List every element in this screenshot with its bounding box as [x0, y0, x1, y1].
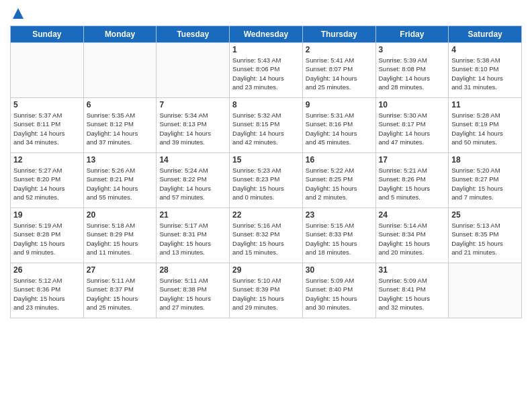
- day-info: Sunrise: 5:34 AMSunset: 8:13 PMDaylight:…: [159, 111, 226, 146]
- day-number: 14: [159, 155, 226, 165]
- calendar-cell: [11, 43, 84, 98]
- calendar-table: SundayMondayTuesdayWednesdayThursdayFrid…: [10, 26, 522, 318]
- day-info: Sunrise: 5:23 AMSunset: 8:23 PMDaylight:…: [232, 166, 300, 201]
- day-number: 30: [306, 265, 373, 275]
- day-info: Sunrise: 5:18 AMSunset: 8:29 PMDaylight:…: [87, 221, 154, 257]
- day-number: 16: [306, 155, 373, 165]
- calendar-cell: 5Sunrise: 5:37 AMSunset: 8:11 PMDaylight…: [11, 98, 84, 153]
- calendar-cell: 16Sunrise: 5:22 AMSunset: 8:25 PMDayligh…: [302, 153, 375, 208]
- calendar-cell: 14Sunrise: 5:24 AMSunset: 8:22 PMDayligh…: [157, 153, 230, 208]
- calendar-cell: 22Sunrise: 5:16 AMSunset: 8:32 PMDayligh…: [230, 208, 303, 263]
- day-number: 19: [13, 210, 81, 220]
- svg-marker-0: [13, 8, 24, 19]
- day-info: Sunrise: 5:43 AMSunset: 8:06 PMDaylight:…: [232, 56, 300, 91]
- day-number: 27: [87, 265, 154, 275]
- weekday-header: Saturday: [449, 26, 522, 43]
- day-info: Sunrise: 5:26 AMSunset: 8:21 PMDaylight:…: [87, 166, 154, 201]
- calendar-cell: 2Sunrise: 5:41 AMSunset: 8:07 PMDaylight…: [302, 43, 375, 98]
- day-number: 11: [451, 100, 519, 109]
- calendar-cell: 20Sunrise: 5:18 AMSunset: 8:29 PMDayligh…: [83, 208, 157, 263]
- day-info: Sunrise: 5:39 AMSunset: 8:08 PMDaylight:…: [379, 56, 446, 91]
- day-number: 7: [159, 100, 226, 109]
- page-container: SundayMondayTuesdayWednesdayThursdayFrid…: [0, 0, 532, 324]
- calendar-cell: 28Sunrise: 5:11 AMSunset: 8:38 PMDayligh…: [157, 263, 230, 318]
- calendar-cell: 1Sunrise: 5:43 AMSunset: 8:06 PMDaylight…: [230, 43, 303, 98]
- day-number: 23: [306, 210, 373, 220]
- day-number: 1: [232, 45, 300, 54]
- day-number: 21: [159, 210, 226, 220]
- logo: [10, 7, 25, 20]
- day-info: Sunrise: 5:24 AMSunset: 8:22 PMDaylight:…: [159, 166, 226, 201]
- calendar-cell: 30Sunrise: 5:09 AMSunset: 8:40 PMDayligh…: [302, 263, 375, 318]
- day-info: Sunrise: 5:37 AMSunset: 8:11 PMDaylight:…: [13, 111, 81, 146]
- day-info: Sunrise: 5:32 AMSunset: 8:15 PMDaylight:…: [232, 111, 300, 146]
- calendar-cell: 15Sunrise: 5:23 AMSunset: 8:23 PMDayligh…: [230, 153, 303, 208]
- day-info: Sunrise: 5:14 AMSunset: 8:34 PMDaylight:…: [379, 221, 446, 257]
- day-info: Sunrise: 5:27 AMSunset: 8:20 PMDaylight:…: [13, 166, 81, 201]
- day-number: 20: [87, 210, 154, 220]
- day-number: 26: [13, 265, 81, 275]
- calendar-cell: 29Sunrise: 5:10 AMSunset: 8:39 PMDayligh…: [230, 263, 303, 318]
- day-number: 8: [232, 100, 300, 109]
- calendar-cell: 19Sunrise: 5:19 AMSunset: 8:28 PMDayligh…: [11, 208, 84, 263]
- calendar-cell: 12Sunrise: 5:27 AMSunset: 8:20 PMDayligh…: [11, 153, 84, 208]
- calendar-cell: 7Sunrise: 5:34 AMSunset: 8:13 PMDaylight…: [157, 98, 230, 153]
- day-number: 18: [451, 155, 519, 165]
- day-number: 10: [379, 100, 446, 109]
- calendar-cell: 27Sunrise: 5:11 AMSunset: 8:37 PMDayligh…: [83, 263, 157, 318]
- day-info: Sunrise: 5:31 AMSunset: 8:16 PMDaylight:…: [306, 111, 373, 146]
- day-info: Sunrise: 5:28 AMSunset: 8:19 PMDaylight:…: [451, 111, 519, 146]
- calendar-week-row: 5Sunrise: 5:37 AMSunset: 8:11 PMDaylight…: [11, 98, 522, 153]
- day-number: 29: [232, 265, 300, 275]
- day-info: Sunrise: 5:16 AMSunset: 8:32 PMDaylight:…: [232, 221, 300, 257]
- day-number: 3: [379, 45, 446, 54]
- day-number: 22: [232, 210, 300, 220]
- day-number: 6: [87, 100, 154, 109]
- calendar-week-row: 1Sunrise: 5:43 AMSunset: 8:06 PMDaylight…: [11, 43, 522, 98]
- day-info: Sunrise: 5:09 AMSunset: 8:40 PMDaylight:…: [306, 276, 373, 312]
- day-number: 2: [306, 45, 373, 54]
- day-number: 25: [451, 210, 519, 220]
- weekday-header: Thursday: [302, 26, 375, 43]
- day-info: Sunrise: 5:30 AMSunset: 8:17 PMDaylight:…: [379, 111, 446, 146]
- calendar-header: SundayMondayTuesdayWednesdayThursdayFrid…: [11, 26, 522, 43]
- day-number: 31: [379, 265, 446, 275]
- calendar-cell: 23Sunrise: 5:15 AMSunset: 8:33 PMDayligh…: [302, 208, 375, 263]
- calendar-cell: [449, 263, 522, 318]
- calendar-cell: 13Sunrise: 5:26 AMSunset: 8:21 PMDayligh…: [83, 153, 157, 208]
- calendar-cell: 11Sunrise: 5:28 AMSunset: 8:19 PMDayligh…: [449, 98, 522, 153]
- calendar-cell: 8Sunrise: 5:32 AMSunset: 8:15 PMDaylight…: [230, 98, 303, 153]
- weekday-header: Wednesday: [230, 26, 303, 43]
- weekday-header: Friday: [375, 26, 449, 43]
- day-number: 4: [451, 45, 519, 54]
- day-number: 15: [232, 155, 300, 165]
- day-info: Sunrise: 5:20 AMSunset: 8:27 PMDaylight:…: [451, 166, 519, 201]
- day-info: Sunrise: 5:22 AMSunset: 8:25 PMDaylight:…: [306, 166, 373, 201]
- day-info: Sunrise: 5:11 AMSunset: 8:38 PMDaylight:…: [159, 276, 226, 312]
- day-number: 12: [13, 155, 81, 165]
- calendar-cell: 31Sunrise: 5:09 AMSunset: 8:41 PMDayligh…: [375, 263, 449, 318]
- calendar-cell: 21Sunrise: 5:17 AMSunset: 8:31 PMDayligh…: [157, 208, 230, 263]
- calendar-cell: 24Sunrise: 5:14 AMSunset: 8:34 PMDayligh…: [375, 208, 449, 263]
- calendar-cell: 18Sunrise: 5:20 AMSunset: 8:27 PMDayligh…: [449, 153, 522, 208]
- day-info: Sunrise: 5:41 AMSunset: 8:07 PMDaylight:…: [306, 56, 373, 91]
- day-info: Sunrise: 5:09 AMSunset: 8:41 PMDaylight:…: [379, 276, 446, 312]
- weekday-header: Monday: [83, 26, 157, 43]
- day-info: Sunrise: 5:15 AMSunset: 8:33 PMDaylight:…: [306, 221, 373, 257]
- day-info: Sunrise: 5:38 AMSunset: 8:10 PMDaylight:…: [451, 56, 519, 91]
- calendar-cell: 17Sunrise: 5:21 AMSunset: 8:26 PMDayligh…: [375, 153, 449, 208]
- day-info: Sunrise: 5:19 AMSunset: 8:28 PMDaylight:…: [13, 221, 81, 257]
- calendar-cell: [157, 43, 230, 98]
- weekday-header: Tuesday: [157, 26, 230, 43]
- calendar-week-row: 26Sunrise: 5:12 AMSunset: 8:36 PMDayligh…: [11, 263, 522, 318]
- calendar-cell: 6Sunrise: 5:35 AMSunset: 8:12 PMDaylight…: [83, 98, 157, 153]
- calendar-week-row: 12Sunrise: 5:27 AMSunset: 8:20 PMDayligh…: [11, 153, 522, 208]
- calendar-cell: 9Sunrise: 5:31 AMSunset: 8:16 PMDaylight…: [302, 98, 375, 153]
- day-number: 5: [13, 100, 81, 109]
- calendar-cell: 10Sunrise: 5:30 AMSunset: 8:17 PMDayligh…: [375, 98, 449, 153]
- day-number: 24: [379, 210, 446, 220]
- calendar-cell: 4Sunrise: 5:38 AMSunset: 8:10 PMDaylight…: [449, 43, 522, 98]
- calendar-week-row: 19Sunrise: 5:19 AMSunset: 8:28 PMDayligh…: [11, 208, 522, 263]
- day-info: Sunrise: 5:13 AMSunset: 8:35 PMDaylight:…: [451, 221, 519, 257]
- header: [10, 7, 522, 20]
